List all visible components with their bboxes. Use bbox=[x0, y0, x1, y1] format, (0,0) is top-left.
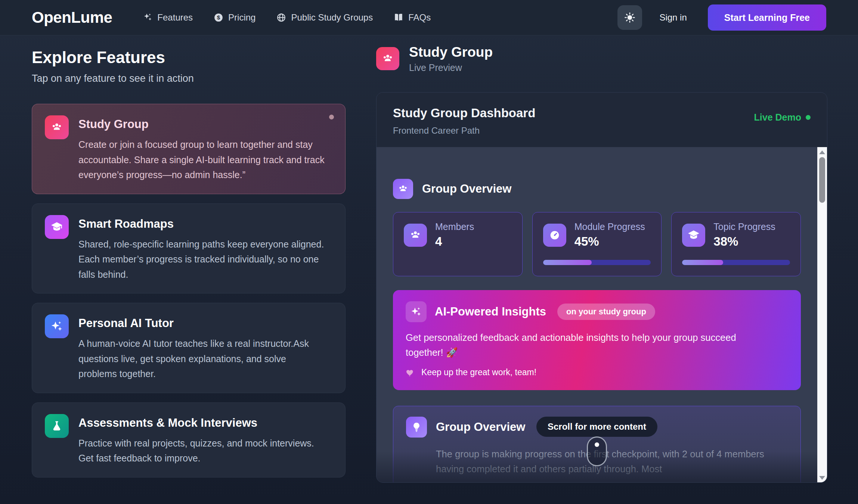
stat-value: 38% bbox=[713, 234, 775, 249]
dashboard-scroll-area[interactable]: Group Overview Members 4 bbox=[377, 147, 827, 483]
main-content: Explore Features Tap on any feature to s… bbox=[0, 35, 858, 483]
feature-title: Personal AI Tutor bbox=[78, 317, 327, 330]
users-icon bbox=[393, 179, 413, 199]
feature-title: Study Group bbox=[78, 118, 327, 131]
ai-insights-card: AI-Powered Insights on your study group … bbox=[393, 290, 801, 390]
live-demo-label: Live Demo bbox=[754, 112, 801, 123]
nav-menu: Features $ Pricing Public Study Groups F… bbox=[143, 12, 431, 23]
ai-insights-badge: on your study group bbox=[557, 304, 655, 320]
nav-item-faqs[interactable]: FAQs bbox=[394, 12, 431, 23]
stat-card-module-progress: Module Progress 45% bbox=[532, 212, 662, 276]
preview-header: Study Group Live Preview bbox=[376, 46, 827, 72]
nav-item-label: FAQs bbox=[408, 12, 431, 23]
heart-icon bbox=[406, 368, 415, 377]
feature-card-text: Assessments & Mock Interviews Practice w… bbox=[78, 414, 327, 466]
scroll-hint-pill: Scroll for more content bbox=[536, 417, 657, 437]
group-overview-title: Group Overview bbox=[422, 182, 511, 196]
preview-panel: Study Group Live Preview Study Group Das… bbox=[376, 35, 827, 483]
nav-item-label: Pricing bbox=[228, 12, 255, 23]
stat-text: Module Progress 45% bbox=[574, 221, 645, 249]
active-indicator-dot bbox=[329, 115, 334, 119]
group-overview-header: Group Overview bbox=[393, 179, 801, 199]
stat-label: Members bbox=[435, 221, 474, 232]
scrollbar-thumb[interactable] bbox=[819, 157, 825, 203]
feature-card-assessments[interactable]: Assessments & Mock Interviews Practice w… bbox=[32, 402, 346, 477]
scroll-mouse-indicator bbox=[587, 436, 607, 466]
dashboard-card: Study Group Dashboard Frontend Career Pa… bbox=[376, 92, 827, 483]
top-nav: OpenLume Features $ Pricing Public Study… bbox=[0, 0, 858, 35]
ai-insights-header: AI-Powered Insights on your study group bbox=[406, 301, 788, 322]
flask-icon bbox=[45, 414, 69, 438]
nav-item-features[interactable]: Features bbox=[143, 12, 193, 23]
start-learning-button[interactable]: Start Learning Free bbox=[708, 4, 826, 31]
globe-icon bbox=[276, 13, 286, 22]
stat-text: Members 4 bbox=[435, 221, 474, 249]
nav-item-public-study-groups[interactable]: Public Study Groups bbox=[276, 12, 373, 23]
stat-value: 4 bbox=[435, 234, 474, 249]
users-icon bbox=[376, 47, 399, 70]
feature-card-smart-roadmaps[interactable]: Smart Roadmaps Shared, role-specific lea… bbox=[32, 203, 346, 294]
feature-card-personal-ai-tutor[interactable]: Personal AI Tutor A human-voice AI tutor… bbox=[32, 303, 346, 393]
stat-card-top: Module Progress 45% bbox=[543, 221, 651, 249]
preview-title: Study Group bbox=[409, 44, 493, 60]
ai-insights-body: Get personalized feedback and actionable… bbox=[406, 330, 761, 360]
nav-item-label: Features bbox=[157, 12, 193, 23]
stat-card-top: Members 4 bbox=[404, 221, 512, 249]
features-panel: Explore Features Tap on any feature to s… bbox=[32, 35, 346, 483]
book-icon bbox=[394, 13, 403, 22]
stat-card-topic-progress: Topic Progress 38% bbox=[671, 212, 801, 276]
scrollbar-up-arrow[interactable] bbox=[819, 150, 825, 154]
users-icon bbox=[404, 224, 427, 247]
stat-card-top: Topic Progress 38% bbox=[682, 221, 790, 249]
page-title: Explore Features bbox=[32, 48, 346, 67]
nav-actions: Sign in Start Learning Free bbox=[617, 4, 826, 31]
gauge-icon bbox=[543, 224, 566, 247]
feature-card-text: Study Group Create or join a focused gro… bbox=[78, 115, 327, 183]
progress-bar-track bbox=[543, 260, 651, 265]
feature-card-study-group[interactable]: Study Group Create or join a focused gro… bbox=[32, 104, 346, 194]
feature-title: Assessments & Mock Interviews bbox=[78, 416, 327, 430]
stats-row: Members 4 Module Progress bbox=[393, 212, 801, 276]
progress-bar-fill bbox=[543, 260, 592, 265]
sparkles-icon bbox=[45, 314, 69, 338]
dashboard-subtitle: Frontend Career Path bbox=[393, 125, 535, 136]
feature-card-text: Personal AI Tutor A human-voice AI tutor… bbox=[78, 314, 327, 382]
lightbulb-icon bbox=[406, 417, 427, 438]
stat-label: Module Progress bbox=[574, 221, 645, 232]
feature-card-list: Study Group Create or join a focused gro… bbox=[32, 104, 346, 477]
sign-in-link[interactable]: Sign in bbox=[659, 12, 687, 23]
live-demo-badge: Live Demo bbox=[754, 112, 811, 123]
sun-icon bbox=[624, 12, 635, 23]
nav-item-pricing[interactable]: $ Pricing bbox=[214, 12, 255, 23]
dollar-coin-icon: $ bbox=[214, 13, 223, 22]
ai-insights-note: Keep up the great work, team! bbox=[406, 367, 788, 377]
feature-card-text: Smart Roadmaps Shared, role-specific lea… bbox=[78, 215, 327, 282]
users-icon bbox=[45, 115, 69, 139]
feature-title: Smart Roadmaps bbox=[78, 217, 327, 231]
nav-item-label: Public Study Groups bbox=[291, 12, 373, 23]
stat-card-members: Members 4 bbox=[393, 212, 523, 276]
scrollbar[interactable] bbox=[817, 147, 827, 483]
scrollbar-down-arrow[interactable] bbox=[819, 476, 825, 480]
ai-insights-title: AI-Powered Insights bbox=[435, 305, 546, 318]
scroll-mouse-dot bbox=[595, 442, 599, 447]
sparkles-icon bbox=[406, 301, 427, 322]
graduation-cap-icon bbox=[682, 224, 705, 247]
theme-toggle-button[interactable] bbox=[617, 5, 642, 30]
stat-text: Topic Progress 38% bbox=[713, 221, 775, 249]
brand-logo[interactable]: OpenLume bbox=[32, 9, 112, 27]
dashboard-title: Study Group Dashboard bbox=[393, 106, 535, 120]
feature-description: Shared, role-specific learning paths kee… bbox=[78, 237, 327, 282]
preview-header-text: Study Group Live Preview bbox=[409, 44, 493, 73]
dashboard-header: Study Group Dashboard Frontend Career Pa… bbox=[377, 93, 827, 147]
feature-description: Create or join a focused group to learn … bbox=[78, 137, 327, 183]
progress-bar-track bbox=[682, 260, 790, 265]
ai-insights-note-text: Keep up the great work, team! bbox=[421, 367, 536, 377]
stat-label: Topic Progress bbox=[713, 221, 775, 232]
stat-value: 45% bbox=[574, 234, 645, 249]
feature-description: A human-voice AI tutor teaches like a re… bbox=[78, 336, 327, 382]
group-overview-section-body: The group is making progress on the firs… bbox=[436, 447, 780, 477]
page-subtitle: Tap on any feature to see it in action bbox=[32, 73, 346, 84]
progress-bar-fill bbox=[682, 260, 723, 265]
preview-subtitle: Live Preview bbox=[409, 62, 493, 73]
